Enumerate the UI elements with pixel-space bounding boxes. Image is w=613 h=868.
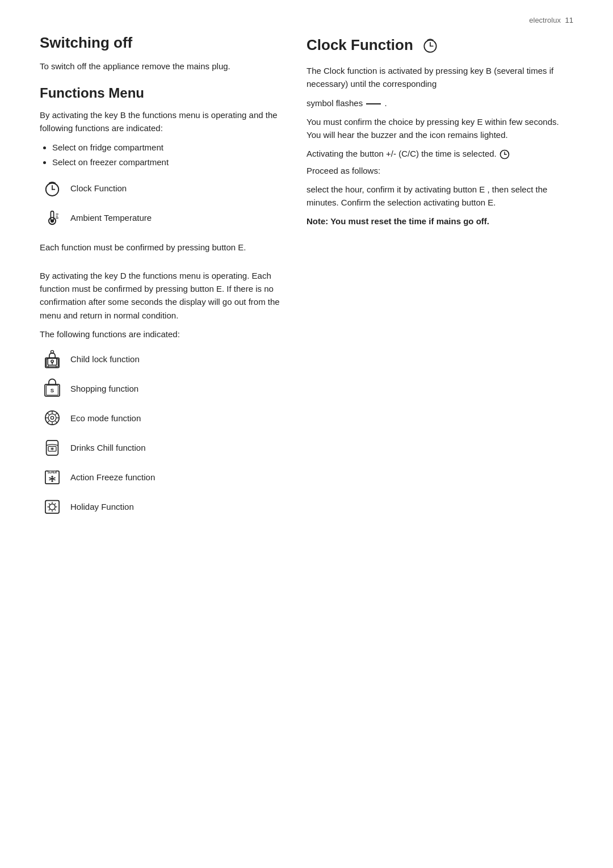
svg-line-26 xyxy=(47,413,49,415)
clock-symbol-line: symbol flashes . xyxy=(306,97,573,110)
clock-body5: select the hour, confirm it by activatin… xyxy=(306,183,573,209)
svg-text:S: S xyxy=(51,387,54,393)
clock-proceed: Proceed as follows: xyxy=(306,164,573,177)
ambient-icon xyxy=(40,206,65,230)
main-content: Switching off To switch off the applianc… xyxy=(40,34,573,523)
childlock-icon xyxy=(40,346,65,371)
svg-line-54 xyxy=(49,509,50,510)
icon-row-ambient: Ambient Temperature xyxy=(40,206,284,230)
switching-off-heading: Switching off xyxy=(40,34,284,52)
functions-menu-heading: Functions Menu xyxy=(40,85,284,102)
svg-line-51 xyxy=(49,504,50,505)
svg-line-53 xyxy=(54,504,56,505)
following-text: The following functions are indicated: xyxy=(40,328,284,341)
clock-body1: The Clock function is activated by press… xyxy=(306,64,573,91)
clock-icon xyxy=(40,176,65,201)
clock-function-label: Clock Function xyxy=(70,182,127,194)
switching-off-body: To switch off the appliance remove the m… xyxy=(40,60,284,73)
clock-body2: You must confirm the choice by pressing … xyxy=(306,115,573,142)
left-column: Switching off To switch off the applianc… xyxy=(40,34,284,523)
svg-line-27 xyxy=(55,421,57,423)
list-item: Select on freezer compartment xyxy=(52,156,284,169)
childlock-label: Child lock function xyxy=(70,353,140,365)
holiday-label: Holiday Function xyxy=(70,501,134,513)
svg-point-20 xyxy=(48,414,56,422)
icon-row-actionfreeze: SUPER Action Freeze function xyxy=(40,464,284,489)
list-item: Select on fridge compartment xyxy=(52,141,284,154)
svg-text:SUPER: SUPER xyxy=(48,472,57,475)
switching-off-section: Switching off To switch off the applianc… xyxy=(40,34,284,73)
clock-function-heading: Clock Function xyxy=(306,36,413,54)
icon-row-drinks: Drinks Chill function xyxy=(40,435,284,460)
holiday-icon xyxy=(40,494,65,519)
right-column: Clock Function The Clock function is act… xyxy=(306,34,573,234)
clock-heading-icon xyxy=(420,34,440,56)
actionfreeze-icon: SUPER xyxy=(40,464,65,489)
drinks-label: Drinks Chill function xyxy=(70,442,146,454)
svg-point-5 xyxy=(51,219,54,223)
drinks-icon xyxy=(40,435,65,460)
page-number-area: electrolux 11 xyxy=(529,16,573,24)
actionfreeze-label: Action Freeze function xyxy=(70,471,155,483)
confirm-text: Each function must be confirmed by press… xyxy=(40,241,284,254)
svg-point-46 xyxy=(49,504,55,510)
page-number: 11 xyxy=(565,16,573,24)
shopping-label: Shopping function xyxy=(70,383,138,395)
icon-row-clock: Clock Function xyxy=(40,176,284,201)
page: electrolux 11 Switching off To switch of… xyxy=(0,0,613,868)
eco-icon xyxy=(40,405,65,430)
key-d-text: By activating the key D the functions me… xyxy=(40,269,284,322)
svg-line-29 xyxy=(47,421,49,423)
ambient-temp-label: Ambient Temperature xyxy=(70,212,152,224)
svg-point-21 xyxy=(51,417,53,420)
eco-label: Eco mode function xyxy=(70,412,141,424)
icon-row-eco: Eco mode function xyxy=(40,405,284,430)
shopping-icon: S xyxy=(40,376,65,401)
brand-label: electrolux xyxy=(529,16,561,24)
functions-menu-section: Functions Menu By activating the key B t… xyxy=(40,85,284,519)
icon-row-shopping: S Shopping function xyxy=(40,376,284,401)
svg-line-28 xyxy=(55,413,57,415)
clock-note: Note: You must reset the time if mains g… xyxy=(306,215,573,228)
clock-body3: Activating the button +/- (C/C) the time… xyxy=(306,147,573,160)
functions-menu-intro: By activating the key B the functions me… xyxy=(40,108,284,135)
svg-line-52 xyxy=(54,509,56,510)
clock-function-heading-area: Clock Function xyxy=(306,34,573,56)
icon-row-childlock: Child lock function xyxy=(40,346,284,371)
functions-bullet-list: Select on fridge compartment Select on f… xyxy=(52,141,284,169)
icon-row-holiday: Holiday Function xyxy=(40,494,284,519)
